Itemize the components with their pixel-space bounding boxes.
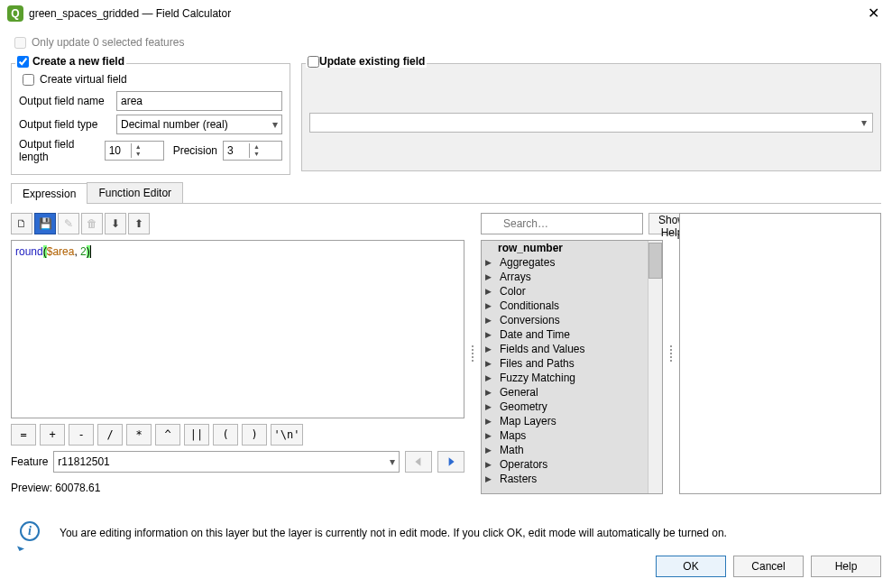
op-multiply[interactable]: *: [126, 424, 152, 446]
tree-item[interactable]: ▶Rasters: [482, 472, 662, 486]
cancel-button[interactable]: Cancel: [733, 556, 804, 577]
edit-icon: ✎: [58, 213, 79, 234]
op-minus[interactable]: -: [69, 424, 94, 446]
feature-select[interactable]: r11812501 ▾: [53, 451, 400, 473]
tree-item[interactable]: ▶Conversions: [482, 313, 662, 327]
expand-icon[interactable]: ▶: [485, 402, 496, 411]
search-input[interactable]: [481, 213, 643, 234]
expression-toolbar: 🗋 💾 ✎ 🗑 ⬇ ⬆: [11, 213, 464, 234]
tree-item[interactable]: ▶Fuzzy Matching: [482, 371, 662, 385]
tree-item[interactable]: ▶Aggregates: [482, 255, 662, 270]
new-file-icon[interactable]: 🗋: [11, 213, 32, 234]
expand-icon[interactable]: ▶: [485, 272, 496, 281]
import-icon[interactable]: ⬇: [105, 213, 126, 234]
svg-marker-1: [449, 457, 455, 466]
tabs: Expression Function Editor: [11, 182, 881, 204]
next-feature-button[interactable]: [437, 451, 464, 473]
tab-function-editor[interactable]: Function Editor: [87, 182, 183, 203]
help-panel: [679, 213, 881, 494]
op-lparen[interactable]: (: [213, 424, 238, 446]
op-rparen[interactable]: ): [242, 424, 267, 446]
output-length-label: Output field length: [19, 138, 105, 163]
expand-icon[interactable]: ▶: [485, 258, 496, 267]
expand-icon[interactable]: ▶: [485, 345, 496, 354]
expand-icon[interactable]: ▶: [485, 460, 496, 469]
delete-icon: 🗑: [81, 213, 103, 234]
spin-down-icon[interactable]: ▼: [132, 151, 145, 158]
create-field-legend[interactable]: Create a new field: [15, 55, 126, 68]
tree-item[interactable]: ▶General: [482, 385, 662, 400]
output-type-label: Output field type: [19, 118, 116, 131]
help-button[interactable]: Help: [811, 556, 881, 577]
ok-button[interactable]: OK: [656, 556, 726, 577]
expand-icon[interactable]: ▶: [485, 330, 496, 339]
save-icon[interactable]: 💾: [34, 213, 56, 234]
window-title: green_spaces_gridded — Field Calculator: [29, 7, 862, 20]
splitter[interactable]: [668, 213, 674, 494]
tree-item[interactable]: ▶Maps: [482, 428, 662, 443]
tree-item[interactable]: ▶Color: [482, 284, 662, 299]
precision-label: Precision: [173, 144, 217, 157]
tree-item[interactable]: ▶Files and Paths: [482, 356, 662, 371]
op-caret[interactable]: ^: [155, 424, 180, 446]
expand-icon[interactable]: ▶: [485, 474, 496, 483]
create-virtual-checkbox[interactable]: [23, 74, 34, 86]
expand-icon[interactable]: ▶: [485, 359, 496, 368]
expand-icon[interactable]: ▶: [485, 446, 496, 455]
svg-marker-0: [415, 457, 420, 466]
tree-item[interactable]: ▶Conditionals: [482, 299, 662, 313]
info-icon: i: [20, 521, 45, 547]
expand-icon[interactable]: ▶: [485, 431, 496, 440]
only-update-row: Only update 0 selected features: [14, 36, 881, 49]
preview-row: Preview: 60078.61: [11, 482, 464, 494]
prev-feature-button[interactable]: [405, 451, 432, 473]
tree-item[interactable]: row_number: [482, 241, 662, 255]
tree-item[interactable]: ▶Math: [482, 443, 662, 457]
export-icon[interactable]: ⬆: [128, 213, 150, 234]
spin-down-icon[interactable]: ▼: [250, 151, 263, 158]
expression-editor[interactable]: round($area, 2): [11, 240, 464, 418]
op-newline[interactable]: '\n': [271, 424, 303, 446]
chevron-down-icon: ▾: [856, 114, 872, 132]
tree-item[interactable]: ▶Operators: [482, 457, 662, 472]
splitter[interactable]: [470, 213, 475, 494]
expand-icon[interactable]: ▶: [485, 417, 496, 426]
tree-item[interactable]: ▶Geometry: [482, 400, 662, 414]
expand-icon[interactable]: ▶: [485, 301, 496, 310]
update-field-checkbox[interactable]: [308, 56, 319, 68]
tree-item[interactable]: ▶Map Layers: [482, 414, 662, 428]
expand-icon[interactable]: ▶: [485, 287, 496, 296]
tab-expression[interactable]: Expression: [11, 183, 87, 204]
feature-label: Feature: [11, 455, 48, 468]
update-field-legend[interactable]: Update existing field: [306, 55, 427, 68]
qgis-icon: Q: [7, 5, 23, 22]
expand-icon[interactable]: ▶: [485, 316, 496, 325]
tree-item[interactable]: ▶Date and Time: [482, 327, 662, 342]
expand-icon[interactable]: ▶: [485, 373, 496, 382]
op-divide[interactable]: /: [97, 424, 123, 446]
close-icon[interactable]: ✕: [862, 5, 885, 23]
create-field-checkbox[interactable]: [17, 56, 29, 68]
scrollbar-thumb[interactable]: [648, 243, 662, 279]
spin-up-icon[interactable]: ▲: [250, 143, 263, 151]
function-tree[interactable]: row_number ▶Aggregates▶Arrays▶Color▶Cond…: [481, 240, 663, 494]
op-plus[interactable]: +: [40, 424, 65, 446]
precision-spin[interactable]: 3 ▲▼: [223, 141, 282, 161]
spin-up-icon[interactable]: ▲: [132, 143, 145, 151]
operator-row: = + - / * ^ || ( ) '\n': [11, 424, 464, 446]
titlebar: Q green_spaces_gridded — Field Calculato…: [0, 0, 892, 27]
output-name-label: Output field name: [19, 95, 116, 107]
tree-item[interactable]: ▶Fields and Values: [482, 342, 662, 356]
expand-icon[interactable]: ▶: [485, 388, 496, 397]
update-field-select: ▾: [309, 113, 873, 133]
tree-item[interactable]: ▶Arrays: [482, 270, 662, 284]
only-update-label: Only update 0 selected features: [32, 36, 184, 49]
op-concat[interactable]: ||: [184, 424, 209, 446]
op-equals[interactable]: =: [11, 424, 36, 446]
output-length-spin[interactable]: 10 ▲▼: [105, 141, 164, 161]
scrollbar[interactable]: [648, 241, 662, 493]
create-field-group: Create a new field Create virtual field …: [11, 63, 290, 175]
output-type-select[interactable]: Decimal number (real) ▾: [116, 115, 282, 134]
chevron-down-icon: ▾: [272, 118, 278, 131]
output-name-input[interactable]: [116, 91, 282, 111]
